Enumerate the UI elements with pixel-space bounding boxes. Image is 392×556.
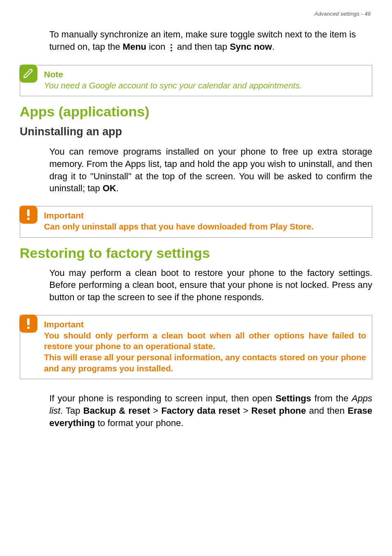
final-paragraph: If your phone is responding to screen in… (49, 392, 372, 429)
important-body: Can only uninstall apps that you have do… (44, 221, 366, 232)
text-segment: > (240, 405, 251, 416)
note-title: Note (44, 70, 366, 79)
text-segment: icon (146, 42, 168, 52)
uninstall-subheading: Uninstalling an app (20, 125, 372, 138)
important-body-line2: This will erase all your personal inform… (44, 352, 366, 374)
settings-label: Settings (276, 393, 311, 403)
important-body-line1: You should only perform a clean boot whe… (44, 330, 366, 352)
text-segment: to format your phone. (95, 418, 183, 428)
text-segment: You can remove programs installed on you… (49, 146, 372, 193)
important-title: Important (44, 211, 366, 220)
note-callout: Note You need a Google account to sync y… (20, 65, 372, 97)
restore-heading: Restoring to factory settings (20, 245, 372, 261)
text-segment: . (116, 183, 119, 193)
text-segment: and then (306, 405, 348, 416)
text-segment: . Tap (60, 405, 83, 416)
ok-label: OK (103, 183, 116, 193)
note-body: You need a Google account to sync your c… (44, 80, 366, 91)
exclamation-icon (19, 206, 37, 224)
page-container: Advanced settings - 49 To manually synch… (0, 0, 392, 429)
menu-label: Menu (123, 42, 146, 52)
factory-reset-label: Factory data reset (161, 405, 240, 416)
reset-phone-label: Reset phone (251, 405, 306, 416)
important-callout-1: Important Can only uninstall apps that y… (20, 206, 372, 238)
apps-heading: Apps (applications) (20, 104, 372, 120)
text-segment: > (150, 405, 161, 416)
kebab-menu-icon (168, 41, 175, 53)
restore-paragraph: You may perform a clean boot to restore … (49, 267, 372, 303)
text-segment: from the (311, 393, 351, 403)
text-segment: and then tap (175, 42, 230, 52)
exclamation-icon (19, 315, 37, 333)
important-title: Important (44, 320, 366, 329)
backup-reset-label: Backup & reset (83, 405, 150, 416)
intro-paragraph: To manually synchronize an item, make su… (49, 28, 372, 53)
svg-point-1 (27, 218, 30, 220)
important-callout-2: Important You should only perform a clea… (20, 315, 372, 380)
pencil-icon (19, 65, 37, 83)
running-head: Advanced settings - 49 (20, 11, 372, 17)
text-segment: If your phone is responding to screen in… (49, 393, 276, 403)
svg-rect-2 (27, 318, 30, 325)
svg-rect-0 (27, 209, 30, 216)
svg-point-3 (27, 327, 30, 329)
sync-now-label: Sync now (230, 42, 272, 52)
uninstall-paragraph: You can remove programs installed on you… (49, 146, 372, 195)
text-segment: . (272, 42, 274, 52)
